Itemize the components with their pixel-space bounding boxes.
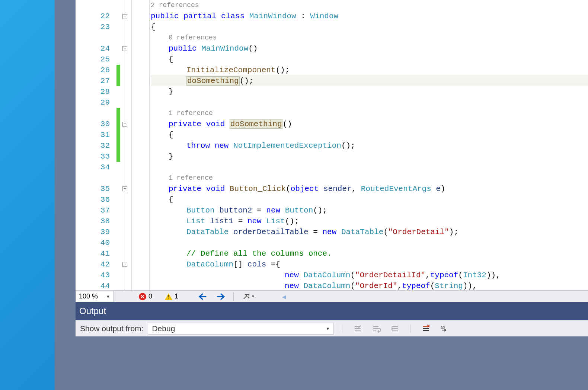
line-number: 43: [76, 270, 116, 281]
clear-output-button[interactable]: [419, 323, 433, 335]
line-number: 33: [76, 151, 116, 162]
output-source-combo[interactable]: Debug ▼: [148, 323, 334, 335]
fold-toggle[interactable]: −: [122, 186, 127, 191]
separator: [342, 325, 342, 333]
line-number: 25: [76, 54, 116, 65]
symbol-highlight[interactable]: doSomething: [186, 76, 240, 86]
tracking-options-button[interactable]: ▼: [242, 291, 256, 302]
chevron-down-icon: ▼: [251, 294, 255, 298]
chevron-down-icon: ▼: [106, 294, 110, 299]
scroll-left-button[interactable]: ◂: [277, 291, 291, 302]
desktop-background: [0, 0, 55, 390]
change-marker: [116, 65, 120, 86]
svg-rect-2: [423, 330, 429, 331]
line-number-gutter: 22 23 24 25 26 27 28 29 30 31 32 33 34 3…: [76, 0, 116, 290]
codelens-references[interactable]: 1 reference: [151, 173, 588, 183]
separator: [233, 292, 234, 301]
line-number: 27: [76, 76, 116, 86]
fold-toggle[interactable]: −: [122, 46, 127, 51]
warning-count[interactable]: 1: [165, 292, 178, 300]
zoom-level-combo[interactable]: 100 % ▼: [76, 291, 114, 302]
code-editor[interactable]: 22 23 24 25 26 27 28 29 30 31 32 33 34 3…: [76, 0, 588, 290]
line-number: 30: [76, 119, 116, 130]
ide-window: 22 23 24 25 26 27 28 29 30 31 32 33 34 3…: [55, 0, 588, 390]
output-toolbar: Show output from: Debug ▼ ab: [76, 320, 588, 336]
line-number: 37: [76, 205, 116, 216]
codelens-references[interactable]: 2 references: [151, 0, 588, 11]
line-number: 23: [76, 22, 116, 32]
line-number: 34: [76, 162, 116, 173]
editor-status-bar: 100 % ▼ ✕ 0 1 ▼ ◂: [76, 290, 588, 302]
separator: [410, 325, 410, 333]
line-number: 41: [76, 248, 116, 259]
code-content[interactable]: 2 references public partial class MainWi…: [151, 0, 588, 290]
clear-all-button[interactable]: [351, 323, 365, 335]
line-number: 28: [76, 86, 116, 97]
indent-guide-strip: [130, 0, 151, 290]
line-number: 22: [76, 11, 116, 22]
output-source-label: Show output from:: [80, 324, 143, 333]
symbol-highlight[interactable]: doSomething: [230, 119, 283, 129]
fold-toggle[interactable]: −: [122, 262, 127, 267]
line-number: 39: [76, 227, 116, 237]
codelens-references[interactable]: 0 references: [151, 32, 588, 43]
change-marker: [116, 108, 120, 162]
output-panel-title[interactable]: Output: [76, 302, 588, 320]
line-number: 26: [76, 65, 116, 76]
change-indicator-strip: [116, 0, 120, 290]
line-number: 29: [76, 97, 116, 108]
line-number: 31: [76, 130, 116, 140]
line-number: 36: [76, 194, 116, 205]
error-count[interactable]: ✕ 0: [139, 292, 152, 300]
zoom-value: 100 %: [79, 292, 98, 300]
line-number: 35: [76, 183, 116, 194]
svg-text:ab: ab: [441, 325, 445, 329]
fold-toggle[interactable]: −: [122, 14, 127, 19]
line-number: 44: [76, 281, 116, 291]
toggle-autoscroll-button[interactable]: ab: [437, 323, 451, 335]
code-fold-strip: − − − − −: [120, 0, 130, 290]
line-number: 42: [76, 259, 116, 270]
svg-rect-1: [423, 328, 429, 329]
navigate-forward-button[interactable]: [214, 291, 228, 302]
chevron-down-icon: ▼: [326, 326, 330, 331]
indent-button[interactable]: [388, 323, 402, 335]
line-number: 38: [76, 216, 116, 227]
line-number: 32: [76, 140, 116, 151]
navigate-back-button[interactable]: [195, 291, 210, 302]
line-number: 24: [76, 43, 116, 54]
line-number: 40: [76, 237, 116, 248]
toggle-wordwrap-button[interactable]: [369, 323, 383, 335]
fold-toggle[interactable]: −: [122, 122, 127, 127]
error-icon: ✕: [139, 293, 146, 300]
codelens-references[interactable]: 1 reference: [151, 108, 588, 119]
warning-icon: [165, 293, 172, 300]
